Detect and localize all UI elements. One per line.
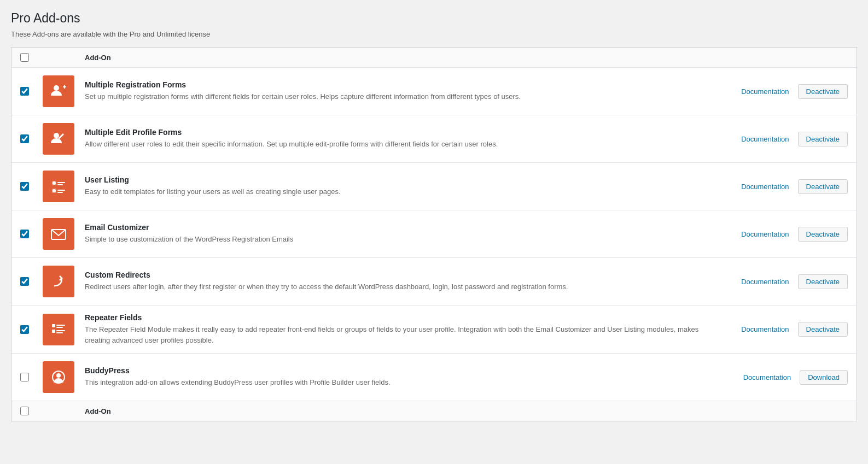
svg-rect-10 bbox=[57, 190, 65, 191]
addon-checkbox-cell-email-customizer[interactable] bbox=[20, 230, 40, 238]
addon-checkbox-email-customizer[interactable] bbox=[20, 230, 29, 238]
addon-actions-multiple-registration-forms: Documentation Deactivate bbox=[727, 84, 848, 99]
addon-row-multiple-edit-profile-forms: Multiple Edit Profile Forms Allow differ… bbox=[11, 115, 857, 163]
addon-desc-custom-redirects: Redirect users after login, after they f… bbox=[85, 281, 716, 292]
addon-icon-cell-repeater-fields bbox=[40, 314, 77, 345]
addon-icon-repeater-fields bbox=[43, 314, 74, 345]
addon-icon-cell-user-listing bbox=[40, 171, 77, 202]
addon-checkbox-buddypress[interactable] bbox=[20, 373, 29, 381]
svg-point-3 bbox=[54, 133, 59, 138]
svg-point-20 bbox=[56, 373, 61, 378]
addon-checkbox-cell-multiple-edit-profile-forms[interactable] bbox=[20, 134, 40, 143]
addon-desc-user-listing: Easy to edit templates for listing your … bbox=[85, 186, 716, 197]
addon-icon-buddypress bbox=[43, 361, 74, 393]
svg-point-9 bbox=[53, 189, 56, 192]
addon-icon-multiple-registration-forms bbox=[43, 75, 74, 107]
addon-icon-cell-multiple-registration-forms bbox=[40, 75, 77, 107]
addon-actions-buddypress: Documentation Download bbox=[727, 370, 848, 385]
addon-actions-user-listing: Documentation Deactivate bbox=[727, 179, 848, 194]
addon-icon-cell-buddypress bbox=[40, 361, 77, 393]
svg-rect-15 bbox=[56, 327, 63, 328]
addon-desc-buddypress: This integration add-on allows extending… bbox=[85, 377, 716, 388]
addon-desc-email-customizer: Simple to use customization of the WordP… bbox=[85, 234, 716, 245]
addon-icon-cell-email-customizer bbox=[40, 218, 77, 250]
addon-info-email-customizer: Email Customizer Simple to use customiza… bbox=[85, 223, 727, 245]
addon-checkbox-cell-user-listing[interactable] bbox=[20, 182, 40, 191]
addon-action-button-multiple-registration-forms[interactable]: Deactivate bbox=[798, 84, 848, 99]
addons-table: Add-On Multiple Registration Forms Set u… bbox=[11, 47, 857, 421]
addon-actions-email-customizer: Documentation Deactivate bbox=[727, 227, 848, 242]
addon-doc-link-user-listing[interactable]: Documentation bbox=[741, 183, 789, 191]
addon-name-user-listing: User Listing bbox=[85, 175, 716, 184]
addon-rows-container: Multiple Registration Forms Set up multi… bbox=[11, 68, 857, 401]
addon-action-button-repeater-fields[interactable]: Deactivate bbox=[798, 322, 848, 337]
addon-actions-repeater-fields: Documentation Deactivate bbox=[727, 322, 848, 337]
addon-info-custom-redirects: Custom Redirects Redirect users after lo… bbox=[85, 271, 727, 292]
addon-row-buddypress: BuddyPress This integration add-on allow… bbox=[11, 354, 857, 401]
addon-icon-email-customizer bbox=[43, 218, 74, 250]
table-footer-row: Add-On bbox=[11, 401, 857, 421]
addon-row-user-listing: User Listing Easy to edit templates for … bbox=[11, 163, 857, 210]
addon-desc-multiple-edit-profile-forms: Allow different user roles to edit their… bbox=[85, 139, 716, 150]
addon-info-buddypress: BuddyPress This integration add-on allow… bbox=[85, 366, 727, 388]
page-subtitle: These Add-ons are available with the Pro… bbox=[11, 30, 857, 38]
svg-point-5 bbox=[53, 181, 56, 185]
addon-icon-cell-multiple-edit-profile-forms bbox=[40, 123, 77, 155]
addon-checkbox-user-listing[interactable] bbox=[20, 182, 29, 191]
addon-doc-link-multiple-registration-forms[interactable]: Documentation bbox=[741, 87, 789, 96]
addon-row-multiple-registration-forms: Multiple Registration Forms Set up multi… bbox=[11, 68, 857, 115]
addon-name-repeater-fields: Repeater Fields bbox=[85, 313, 716, 322]
page-title: Pro Add-ons bbox=[11, 11, 857, 26]
addon-checkbox-custom-redirects[interactable] bbox=[20, 277, 29, 286]
footer-checkbox-cell[interactable] bbox=[20, 407, 40, 415]
footer-addon-label: Add-On bbox=[85, 407, 848, 415]
addon-action-button-custom-redirects[interactable]: Deactivate bbox=[798, 274, 848, 289]
svg-rect-18 bbox=[56, 332, 63, 333]
addon-info-multiple-registration-forms: Multiple Registration Forms Set up multi… bbox=[85, 80, 727, 102]
addon-checkbox-repeater-fields[interactable] bbox=[20, 325, 29, 334]
addon-row-email-customizer: Email Customizer Simple to use customiza… bbox=[11, 210, 857, 258]
addon-row-repeater-fields: Repeater Fields The Repeater Field Modul… bbox=[11, 306, 857, 354]
footer-select-all-checkbox[interactable] bbox=[20, 407, 29, 415]
addon-info-multiple-edit-profile-forms: Multiple Edit Profile Forms Allow differ… bbox=[85, 128, 727, 150]
addon-icon-user-listing bbox=[43, 171, 74, 202]
addon-desc-repeater-fields: The Repeater Field Module makes it reall… bbox=[85, 324, 716, 345]
addon-icon-custom-redirects bbox=[43, 266, 74, 297]
addon-icon-cell-custom-redirects bbox=[40, 266, 77, 297]
addon-name-custom-redirects: Custom Redirects bbox=[85, 271, 716, 279]
addon-actions-multiple-edit-profile-forms: Documentation Deactivate bbox=[727, 132, 848, 146]
addon-action-button-buddypress[interactable]: Download bbox=[800, 370, 848, 385]
addon-info-user-listing: User Listing Easy to edit templates for … bbox=[85, 175, 727, 197]
addon-doc-link-multiple-edit-profile-forms[interactable]: Documentation bbox=[741, 135, 789, 143]
addon-checkbox-cell-custom-redirects[interactable] bbox=[20, 277, 40, 286]
addon-name-multiple-registration-forms: Multiple Registration Forms bbox=[85, 80, 716, 89]
addon-actions-custom-redirects: Documentation Deactivate bbox=[727, 274, 848, 289]
svg-rect-7 bbox=[57, 184, 63, 185]
svg-rect-17 bbox=[56, 330, 65, 331]
svg-rect-11 bbox=[57, 192, 63, 193]
header-addon-label: Add-On bbox=[85, 54, 848, 62]
addon-doc-link-repeater-fields[interactable]: Documentation bbox=[741, 325, 789, 333]
addon-name-multiple-edit-profile-forms: Multiple Edit Profile Forms bbox=[85, 128, 716, 137]
addon-checkbox-cell-buddypress[interactable] bbox=[20, 373, 40, 381]
addon-doc-link-custom-redirects[interactable]: Documentation bbox=[741, 278, 789, 286]
addon-doc-link-email-customizer[interactable]: Documentation bbox=[741, 230, 789, 238]
addon-checkbox-multiple-edit-profile-forms[interactable] bbox=[20, 134, 29, 143]
addon-name-email-customizer: Email Customizer bbox=[85, 223, 716, 232]
addon-checkbox-cell-multiple-registration-forms[interactable] bbox=[20, 87, 40, 96]
addon-action-button-email-customizer[interactable]: Deactivate bbox=[798, 227, 848, 242]
addon-action-button-multiple-edit-profile-forms[interactable]: Deactivate bbox=[798, 132, 848, 146]
addon-desc-multiple-registration-forms: Set up multiple registration forms with … bbox=[85, 91, 716, 102]
svg-rect-14 bbox=[56, 325, 65, 326]
addon-row-custom-redirects: Custom Redirects Redirect users after lo… bbox=[11, 258, 857, 306]
svg-rect-16 bbox=[52, 330, 55, 333]
svg-point-0 bbox=[54, 85, 59, 91]
table-header-row: Add-On bbox=[11, 48, 857, 68]
svg-rect-6 bbox=[57, 182, 65, 183]
addon-action-button-user-listing[interactable]: Deactivate bbox=[798, 179, 848, 194]
addon-checkbox-multiple-registration-forms[interactable] bbox=[20, 87, 29, 96]
select-all-checkbox[interactable] bbox=[20, 53, 29, 62]
header-checkbox-cell[interactable] bbox=[20, 53, 40, 62]
addon-checkbox-cell-repeater-fields[interactable] bbox=[20, 325, 40, 334]
addon-doc-link-buddypress[interactable]: Documentation bbox=[743, 373, 791, 381]
